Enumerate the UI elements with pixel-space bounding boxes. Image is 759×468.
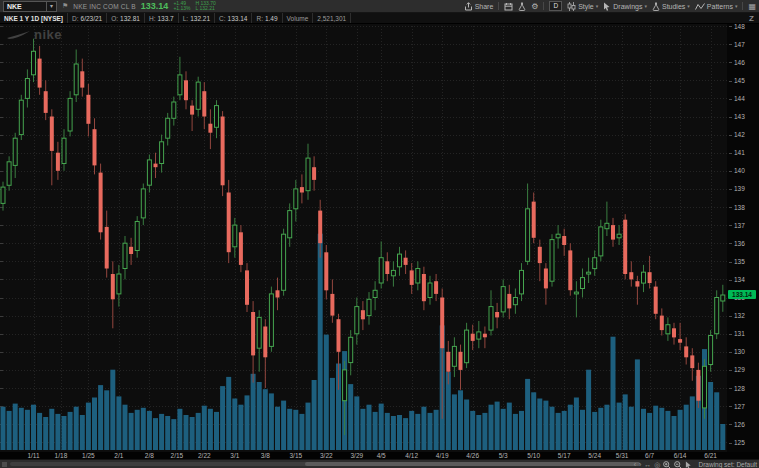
pan-right-icon[interactable]: › — [639, 461, 641, 468]
volume-bar — [251, 374, 256, 450]
volume-bar — [434, 410, 439, 450]
price-axis[interactable]: 1481471461451441431421411401391381371361… — [727, 24, 759, 452]
date-axis[interactable]: 1/111/181/252/12/82/152/223/13/83/153/22… — [0, 452, 759, 459]
candle-body — [306, 158, 310, 191]
studies-button[interactable]: Studies▾ — [652, 2, 690, 11]
quick-study-button[interactable] — [518, 2, 526, 11]
volume-bar — [7, 411, 12, 450]
volume-bar — [720, 424, 725, 450]
candle-body — [398, 254, 402, 267]
candle-body — [623, 220, 627, 274]
volume-bar — [208, 409, 213, 450]
settings-gear-icon[interactable]: ⚙ — [531, 2, 538, 11]
scrollbar-left-nub[interactable] — [2, 462, 7, 467]
candle-body — [166, 118, 170, 138]
pointer-icon[interactable] — [685, 461, 692, 468]
volume-bar — [281, 401, 286, 450]
auto-scale-icon[interactable]: Z — [749, 14, 754, 23]
volume-bar — [184, 415, 189, 450]
volume-bar — [269, 393, 274, 450]
zoom-out-icon[interactable] — [674, 461, 682, 468]
candlestick-chart-canvas[interactable] — [0, 0, 759, 468]
volume-bar — [287, 409, 292, 450]
scrollbar-thumb[interactable] — [305, 462, 640, 466]
volume-bar — [428, 413, 433, 450]
price-tick-label: 139 — [729, 185, 745, 192]
price-tick-label: 147 — [729, 41, 745, 48]
candle-body — [593, 258, 597, 269]
date-tick-label: 6/14 — [668, 452, 692, 459]
candle-body — [635, 281, 639, 286]
date-tick-label: 2/22 — [192, 452, 216, 459]
candle-body — [257, 317, 261, 348]
volume-bar — [568, 405, 573, 450]
volume-bar — [129, 413, 134, 450]
candle-body — [544, 269, 548, 289]
date-tick-label: 4/5 — [369, 452, 393, 459]
volume-bar — [531, 392, 536, 450]
candle-body — [68, 98, 72, 131]
ohlc-close-cell: C:133.14 — [215, 13, 252, 23]
candle-body — [501, 287, 505, 312]
volume-bar — [98, 385, 103, 450]
candle-body — [86, 95, 90, 124]
candle-body — [172, 102, 176, 118]
candle-body — [154, 164, 158, 168]
symbol-dropdown-caret[interactable]: ▾ — [46, 2, 56, 11]
volume-bar — [1, 407, 6, 450]
candle-body — [434, 281, 438, 294]
share-icon — [464, 2, 473, 11]
volume-bar — [562, 411, 567, 450]
candle-body — [330, 294, 334, 316]
candle-body — [343, 370, 347, 401]
timeframe-button[interactable]: D — [549, 1, 562, 11]
volume-bar — [43, 417, 48, 450]
volume-bar — [690, 396, 695, 450]
drawings-label: Drawings — [613, 3, 642, 10]
volume-bar — [403, 418, 408, 450]
volume-bar — [80, 415, 85, 450]
volume-bar — [354, 396, 359, 450]
layout-grid-icon[interactable]: ▦ — [748, 2, 756, 11]
candle-body — [282, 234, 286, 290]
candle-body — [556, 234, 560, 238]
drawings-button[interactable]: Drawings▾ — [603, 2, 647, 11]
candle-body — [391, 270, 395, 275]
volume-bar — [177, 409, 182, 450]
candle-body — [550, 240, 554, 282]
candle-body — [178, 75, 182, 95]
date-tick-label: 1/25 — [76, 452, 100, 459]
flag-icon[interactable]: ⚑ — [62, 2, 68, 10]
style-button[interactable]: Style▾ — [567, 2, 598, 11]
patterns-label: Patterns — [707, 3, 733, 10]
volume-bar — [379, 404, 384, 450]
patterns-button[interactable]: Patterns▾ — [695, 2, 738, 11]
price-tick-label: 129 — [729, 366, 745, 373]
date-tick-label: 3/8 — [253, 452, 277, 459]
candle-body — [208, 124, 212, 133]
crosshair-icon[interactable]: ◎ — [654, 461, 660, 468]
candle-body — [538, 247, 542, 263]
volume-bar — [708, 382, 713, 450]
candle-body — [599, 227, 603, 256]
price-tick-label: 144 — [729, 95, 745, 102]
pan-left-icon[interactable]: ‹ — [634, 461, 636, 468]
scrollbar-track[interactable] — [10, 462, 640, 466]
patterns-zigzag-icon — [695, 2, 705, 11]
calendar-button[interactable] — [504, 2, 513, 11]
share-button[interactable]: Share — [464, 2, 494, 11]
date-tick-label: 6/21 — [699, 452, 723, 459]
volume-bar — [37, 413, 42, 450]
candle-body — [184, 80, 188, 100]
candle-body — [215, 106, 219, 128]
nike-watermark: nike — [7, 27, 62, 42]
candle-body — [13, 138, 17, 165]
volume-bar — [495, 402, 500, 450]
zoom-in-icon[interactable] — [663, 461, 671, 468]
symbol-input[interactable]: NKE ▾ — [3, 1, 57, 12]
volume-bar — [482, 413, 487, 450]
expand-horizontal-icon[interactable]: ↔ — [644, 461, 651, 468]
candle-body — [422, 274, 426, 301]
candle-body — [605, 223, 609, 228]
volume-bar — [623, 394, 628, 450]
